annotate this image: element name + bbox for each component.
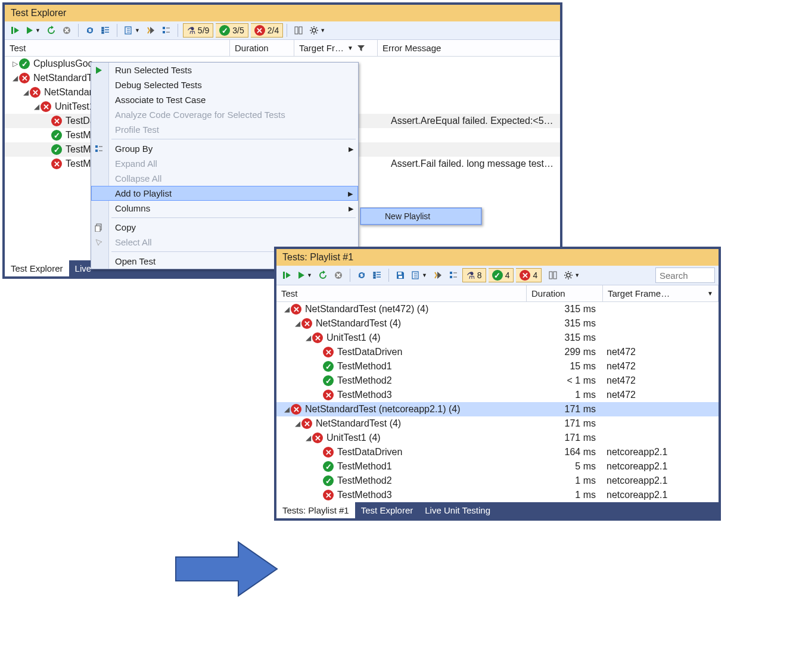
tab-live-unit-testing[interactable]: Live Unit Testing <box>419 502 496 518</box>
window-title: Test Explorer <box>5 5 560 21</box>
toolbar: ▼ ▼ ⚗ 8 ✓ 4 ✕ 4 ▼ <box>276 266 719 285</box>
column-headers: Test Duration Target Frame… ▼ <box>276 285 719 302</box>
tab-test-explorer[interactable]: Test Explorer <box>355 502 419 518</box>
test-row[interactable]: ✕TestMethod31 msnetcoreapp2.1 <box>276 488 719 502</box>
tab-playlist[interactable]: Tests: Playlist #1 <box>276 502 355 518</box>
run-all-button[interactable] <box>8 23 21 38</box>
test-row[interactable]: ◢✕UnitTest1 (4)315 ms <box>276 331 719 345</box>
col-error[interactable]: Error Message <box>378 40 560 56</box>
menu-label: Analyze Code Coverage for Selected Tests <box>115 110 285 120</box>
menu-label: Expand All <box>115 158 157 169</box>
expander-icon[interactable]: ◢ <box>11 74 19 82</box>
menu-associate-to-test-case[interactable]: Associate to Test Case <box>91 92 358 107</box>
col-duration[interactable]: Duration <box>527 285 603 301</box>
test-row[interactable]: ✓TestMethod21 msnetcoreapp2.1 <box>276 474 719 488</box>
settings-button[interactable]: ▼ <box>307 23 327 38</box>
menu-group-by[interactable]: Group By▶ <box>91 141 358 156</box>
col-test[interactable]: Test <box>5 40 230 56</box>
summary-fail-button[interactable]: ✕ 4 <box>516 268 542 282</box>
menu-label: Select All <box>115 237 152 247</box>
test-row[interactable]: ✕TestMethod31 msnet472 <box>276 388 719 402</box>
expander-icon[interactable]: ◢ <box>282 305 291 313</box>
menu-add-to-playlist[interactable]: Add to Playlist▶ <box>91 186 358 201</box>
expander-icon[interactable]: ◢ <box>293 319 301 328</box>
test-row[interactable]: ◢✕NetStandardTest (net472) (4)315 ms <box>276 302 719 316</box>
build-button[interactable] <box>144 23 157 38</box>
chevron-right-icon: ▶ <box>348 189 353 197</box>
test-row[interactable]: ◢✕NetStandardTest (4)315 ms <box>276 316 719 331</box>
expander-icon[interactable]: ◢ <box>282 405 291 413</box>
expander-icon[interactable]: ◢ <box>21 88 30 97</box>
test-row[interactable]: ◢✕UnitTest1 (4)171 ms <box>276 431 719 445</box>
refresh-button[interactable] <box>355 268 368 282</box>
svg-rect-15 <box>450 272 452 274</box>
menu-debug-selected-tests[interactable]: Debug Selected Tests <box>91 77 358 92</box>
expander-icon[interactable]: ▷ <box>11 60 19 68</box>
save-button[interactable] <box>394 268 407 282</box>
expander-icon[interactable]: ◢ <box>304 434 312 442</box>
fail-icon: ✕ <box>323 447 334 458</box>
summary-all-button[interactable]: ⚗ 5/9 <box>183 23 213 38</box>
columns-button[interactable] <box>292 23 305 38</box>
cancel-button[interactable] <box>60 23 73 38</box>
flask-icon: ⚗ <box>467 270 475 281</box>
test-name: UnitTest1 (4) <box>326 332 381 343</box>
menu-run-selected-tests[interactable]: Run Selected Tests <box>91 63 358 77</box>
test-row[interactable]: ✓TestMethod15 msnetcoreapp2.1 <box>276 459 719 474</box>
repeat-button[interactable] <box>316 268 329 282</box>
menu-copy[interactable]: Copy <box>91 220 358 235</box>
svg-rect-2 <box>163 27 165 29</box>
col-test[interactable]: Test <box>276 285 527 301</box>
run-button[interactable]: ▼ <box>296 268 314 282</box>
test-row[interactable]: ✓TestMethod115 msnet472 <box>276 359 719 374</box>
refresh-button[interactable] <box>83 23 97 38</box>
test-row[interactable]: ◢✕NetStandardTest (netcoreapp2.1) (4)171… <box>276 402 719 416</box>
col-target[interactable]: Target Fr… ▼ <box>294 40 378 56</box>
playlist-button[interactable]: ▼ <box>409 268 429 282</box>
test-row[interactable]: ◢✕NetStandardTest (4)171 ms <box>276 416 719 431</box>
summary-fail-button[interactable]: ✕ 2/4 <box>251 23 283 38</box>
build-button[interactable] <box>431 268 444 282</box>
fail-icon: ✕ <box>291 404 301 415</box>
col-duration[interactable]: Duration <box>230 40 294 56</box>
filter-icon[interactable] <box>357 44 365 52</box>
svg-rect-4 <box>295 27 298 34</box>
run-all-button[interactable] <box>280 268 293 282</box>
group-button[interactable] <box>447 268 460 282</box>
summary-all-button[interactable]: ⚗ 8 <box>462 268 486 282</box>
duration: 1 ms <box>527 390 603 400</box>
search-input[interactable] <box>655 267 715 283</box>
playlist-button[interactable]: ▼ <box>122 23 142 38</box>
menu-new-playlist[interactable]: New Playlist <box>360 208 481 225</box>
menu-columns[interactable]: Columns▶ <box>91 201 358 216</box>
menu-profile-test: Profile Test <box>91 122 358 137</box>
test-name: TestDataDriven <box>337 347 402 357</box>
columns-button[interactable] <box>546 268 559 282</box>
expander-icon[interactable]: ◢ <box>293 419 301 428</box>
flow-arrow-icon <box>173 536 280 602</box>
show-hierarchy-button[interactable] <box>371 268 384 282</box>
fail-icon: ✕ <box>41 101 51 112</box>
repeat-button[interactable] <box>45 23 58 38</box>
expander-icon[interactable]: ◢ <box>32 102 41 111</box>
play-icon <box>95 66 103 74</box>
expander-icon[interactable]: ◢ <box>304 334 312 342</box>
duration: 315 ms <box>527 318 603 329</box>
test-name: NetStandardTest (net472) (4) <box>305 304 428 315</box>
test-row[interactable]: ✓TestMethod2< 1 msnet472 <box>276 374 719 388</box>
svg-rect-10 <box>95 226 100 232</box>
summary-pass-button[interactable]: ✓ 3/5 <box>216 23 248 38</box>
col-target[interactable]: Target Frame… ▼ <box>603 285 719 301</box>
show-hierarchy-button[interactable] <box>99 23 112 38</box>
group-button[interactable] <box>160 23 173 38</box>
test-row[interactable]: ✕TestDataDriven164 msnetcoreapp2.1 <box>276 445 719 459</box>
settings-button[interactable]: ▼ <box>562 268 581 282</box>
fail-icon: ✕ <box>323 390 334 400</box>
summary-pass-button[interactable]: ✓ 4 <box>489 268 514 282</box>
tab-test-explorer[interactable]: Test Explorer <box>5 260 69 276</box>
menu-label: Columns <box>115 203 150 213</box>
run-button[interactable]: ▼ <box>24 23 42 38</box>
bottom-tabs: Tests: Playlist #1 Test Explorer Live Un… <box>276 502 719 518</box>
cancel-button[interactable] <box>332 268 345 282</box>
test-row[interactable]: ✕TestDataDriven299 msnet472 <box>276 345 719 359</box>
